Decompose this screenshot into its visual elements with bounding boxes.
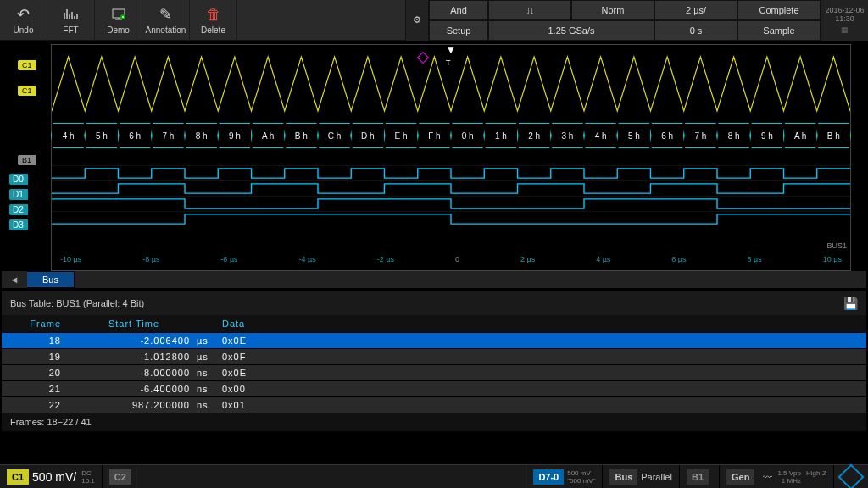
bus-cell: B h (816, 123, 851, 148)
d3-tag[interactable]: D3 (9, 219, 28, 230)
ch1-tag[interactable]: C1 (18, 86, 36, 96)
datetime-display: 2016-12-06 11:30 ▦ (821, 0, 868, 41)
d0-tag[interactable]: D0 (9, 174, 28, 185)
bus-table-title: Bus Table: BUS1 (Parallel: 4 Bit) (10, 298, 144, 308)
annotation-label: Annotation (146, 25, 186, 35)
rising-edge-icon: ⎍ (527, 5, 533, 15)
demo-button[interactable]: Demo (95, 0, 142, 41)
gen-badge: Gen (726, 469, 754, 485)
wave-icon: 〰 (763, 472, 772, 482)
status-spacer (142, 465, 527, 489)
acq-mode-cell[interactable]: Norm (571, 0, 654, 20)
hdr-frame: Frame (10, 319, 78, 329)
sample-rate-cell[interactable]: 1.25 GSa/s (488, 20, 654, 41)
layout-icon: ▦ (841, 25, 849, 34)
bus-cell: 5 h (616, 123, 651, 148)
table-row[interactable]: 22987.200000ns0x01 (2, 396, 866, 413)
d2-trace (52, 196, 850, 211)
c1-badge: C1 (7, 469, 29, 485)
c2-badge: C2 (109, 469, 131, 485)
bus-cell: 9 h (749, 123, 784, 148)
sample-mode-cell[interactable]: Sample (737, 20, 821, 41)
time-text: 11:30 (835, 14, 854, 23)
brand-logo (834, 465, 868, 489)
trash-icon: 🗑 (206, 5, 221, 24)
bus-cell: 3 h (550, 123, 585, 148)
delete-button[interactable]: 🗑 Delete (190, 0, 237, 41)
delete-label: Delete (201, 25, 225, 35)
bus-cell: 1 h (483, 123, 518, 148)
bus-cell: 9 h (217, 123, 252, 148)
bus-cell: 8 h (716, 123, 751, 148)
frames-info: Frames: 18−22 / 41 (2, 413, 866, 431)
hdr-data: Data (222, 319, 290, 329)
d2-tag[interactable]: D2 (9, 204, 28, 215)
status-b1[interactable]: B1 (680, 465, 720, 489)
undo-button[interactable]: ↶ Undo (0, 0, 47, 41)
demo-icon (110, 5, 127, 24)
bus-cell: 2 h (517, 123, 552, 148)
tab-prev-button[interactable]: ◄ (2, 271, 27, 288)
bus-cell: A h (783, 123, 818, 148)
demo-label: Demo (107, 25, 130, 35)
d3-trace (52, 211, 850, 226)
pencil-icon: ✎ (159, 5, 172, 24)
status-c2[interactable]: C2 (103, 465, 142, 489)
fft-icon (63, 5, 80, 24)
save-icon[interactable]: 💾 (843, 297, 858, 310)
undo-label: Undo (14, 25, 34, 35)
bus-cell: 4 h (51, 123, 86, 148)
table-header: Frame Start Time Data (2, 315, 866, 332)
bus-name: Parallel (641, 472, 672, 482)
bus-decode-row: 4 h5 h6 h7 h8 h9 hA hB hC hD hE hF h0 h1… (52, 123, 850, 148)
status-bus[interactable]: Bus Parallel (603, 465, 679, 489)
bus-cell: A h (251, 123, 286, 148)
tab-bus[interactable]: Bus (27, 272, 75, 287)
table-row[interactable]: 18-2.006400µs0x0E (2, 332, 866, 348)
b1-tag[interactable]: B1 (18, 155, 36, 165)
status-d70[interactable]: D7-0 500 mV"500 mV" (526, 465, 603, 489)
run-state-cell[interactable]: Complete (737, 0, 821, 20)
bus-cell: 6 h (118, 123, 153, 148)
status-gen[interactable]: Gen 〰 1.5 Vpp1 MHz High-Z (720, 465, 834, 489)
bus-cell: B h (284, 123, 319, 148)
bus-cell: 8 h (184, 123, 219, 148)
fft-label: FFT (63, 25, 78, 35)
gear-icon: ⚙ (413, 14, 421, 25)
table-row[interactable]: 20-8.000000ns0x0E (2, 364, 866, 380)
bus-cell: 7 h (683, 123, 718, 148)
bus-cell: 4 h (583, 123, 618, 148)
annotation-button[interactable]: ✎ Annotation (142, 0, 190, 41)
bus-cell: D h (350, 123, 385, 148)
bus-cell: C h (317, 123, 352, 148)
fft-button[interactable]: FFT (47, 0, 95, 41)
offset-cell[interactable]: 0 s (654, 20, 737, 41)
bus-label: BUS1 (826, 241, 847, 250)
trigger-edge-cell[interactable]: ⎍ (488, 0, 571, 20)
bus-badge: Bus (609, 469, 637, 485)
bus-cell: E h (384, 123, 419, 148)
waveform-display[interactable]: ▼T C1 C1 B1 D0 D1 D2 D3 4 h5 h6 h7 h8 h9… (51, 44, 851, 271)
bus-cell: F h (417, 123, 452, 148)
date-text: 2016-12-06 (825, 6, 864, 14)
analog-trace (52, 55, 850, 113)
d0-trace (52, 165, 850, 180)
bus-cell: 6 h (650, 123, 685, 148)
ch1-edge-tag[interactable]: C1 (18, 60, 36, 70)
table-row[interactable]: 21-6.400000ns0x00 (2, 380, 866, 396)
bus-cell: 0 h (450, 123, 485, 148)
setup-cell[interactable]: Setup (429, 20, 488, 41)
b1-badge: B1 (687, 469, 709, 485)
status-c1[interactable]: C1 500 mV/ DC10:1 (0, 465, 103, 489)
settings-button[interactable]: ⚙ (405, 0, 429, 41)
d1-trace (52, 180, 850, 196)
undo-icon: ↶ (17, 5, 30, 24)
bus-cell: 5 h (84, 123, 119, 148)
d1-tag[interactable]: D1 (9, 189, 28, 200)
timebase-cell[interactable]: 2 µs/ (654, 0, 737, 20)
hdr-start: Start Time (78, 319, 197, 329)
c1-scale: 500 mV/ (32, 470, 76, 484)
bus-cell: 7 h (151, 123, 186, 148)
table-row[interactable]: 19-1.012800µs0x0F (2, 348, 866, 364)
trigger-mode-cell[interactable]: And (429, 0, 488, 20)
